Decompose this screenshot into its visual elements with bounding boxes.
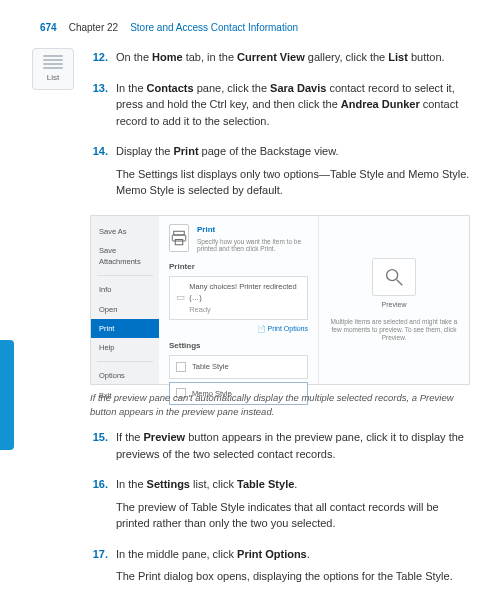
- figure-mid-pane: Print Specify how you want the item to b…: [159, 216, 319, 384]
- step-16: 16. In the Settings list, click Table St…: [90, 476, 470, 538]
- sidebar-saveas[interactable]: Save As: [91, 222, 159, 241]
- bold-contacts: Contacts: [147, 82, 194, 94]
- sidebar-options[interactable]: Options: [91, 366, 159, 385]
- preview-note: Multiple items are selected and might ta…: [327, 318, 461, 341]
- svg-rect-1: [172, 235, 186, 241]
- step-15: 15. If the Preview button appears in the…: [90, 429, 470, 468]
- sidebar-help[interactable]: Help: [91, 338, 159, 357]
- page-side-tab: [0, 340, 14, 450]
- chapter-title: Store and Access Contact Information: [130, 20, 298, 35]
- step-body: In the middle pane, click Print Options.…: [116, 546, 453, 591]
- page-header: 674 Chapter 22 Store and Access Contact …: [40, 20, 470, 35]
- step-number: 16.: [90, 476, 108, 538]
- step-16-followup: The preview of Table Style indicates tha…: [116, 499, 470, 532]
- print-section-title: Print: [197, 224, 308, 236]
- svg-line-5: [397, 279, 403, 285]
- bold-list: List: [388, 51, 408, 63]
- printer-icon: [170, 229, 188, 247]
- print-options-link[interactable]: 📄 Print Options: [169, 324, 308, 335]
- step-body: Display the Print page of the Backstage …: [116, 143, 470, 205]
- step-number: 13.: [90, 80, 108, 136]
- list-view-icon: List: [32, 48, 74, 90]
- steps-block-a: 12. On the Home tab, in the Current View…: [90, 49, 470, 205]
- print-description: Specify how you want the item to be prin…: [197, 238, 308, 254]
- step-number: 15.: [90, 429, 108, 468]
- bold-print: Print: [173, 145, 198, 157]
- steps-block-b: 15. If the Preview button appears in the…: [90, 429, 470, 591]
- step-number: 14.: [90, 143, 108, 205]
- step-body: If the Preview button appears in the pre…: [116, 429, 470, 468]
- svg-rect-3: [177, 296, 184, 299]
- bold-current-view: Current View: [237, 51, 305, 63]
- preview-button[interactable]: [372, 258, 416, 296]
- bold-preview: Preview: [144, 431, 186, 443]
- list-icon-label: List: [47, 72, 59, 84]
- magnifier-icon: [383, 266, 405, 288]
- printer-icon: [176, 293, 185, 303]
- preview-button-label: Preview: [382, 300, 407, 311]
- sidebar-info[interactable]: Info: [91, 280, 159, 299]
- sidebar-save-attachments[interactable]: Save Attachments: [91, 241, 159, 272]
- list-lines-icon: [43, 55, 63, 69]
- print-button[interactable]: [169, 224, 189, 252]
- step-14-followup: The Settings list displays only two opti…: [116, 166, 470, 199]
- bold-andrea: Andrea Dunker: [341, 98, 420, 110]
- sidebar-divider: [97, 275, 153, 276]
- step-number: 17.: [90, 546, 108, 591]
- sidebar-open[interactable]: Open: [91, 300, 159, 319]
- figure-backstage-print: Save As Save Attachments Info Open Print…: [90, 215, 470, 385]
- step-14: 14. Display the Print page of the Backst…: [90, 143, 470, 205]
- table-style-label: Table Style: [192, 361, 229, 372]
- step-body: In the Settings list, click Table Style.…: [116, 476, 470, 538]
- step-number: 12.: [90, 49, 108, 72]
- step-body: On the Home tab, in the Current View gal…: [116, 49, 445, 72]
- bold-home: Home: [152, 51, 183, 63]
- svg-point-4: [387, 269, 398, 280]
- step-17: 17. In the middle pane, click Print Opti…: [90, 546, 470, 591]
- setting-table-style[interactable]: Table Style: [169, 355, 308, 378]
- svg-rect-2: [175, 239, 183, 244]
- settings-heading: Settings: [169, 340, 308, 352]
- figure-sidebar: Save As Save Attachments Info Open Print…: [91, 216, 159, 384]
- chapter-ref: Chapter 22: [69, 20, 118, 35]
- svg-rect-0: [174, 231, 185, 235]
- printer-name: Many choices! Printer redirected (…): [189, 281, 301, 304]
- sidebar-divider: [97, 361, 153, 362]
- bold-table-style: Table Style: [237, 478, 294, 490]
- figure-preview-pane: Preview Multiple items are selected and …: [319, 216, 469, 384]
- printer-selector[interactable]: Many choices! Printer redirected (…) Rea…: [169, 276, 308, 320]
- bold-settings: Settings: [147, 478, 190, 490]
- step-17-followup: The Print dialog box opens, displaying t…: [116, 568, 453, 585]
- sidebar-print[interactable]: Print: [91, 319, 159, 338]
- step-13: 13. In the Contacts pane, click the Sara…: [90, 80, 470, 136]
- bold-sara: Sara Davis: [270, 82, 326, 94]
- figure-main: Print Specify how you want the item to b…: [159, 216, 469, 384]
- step-body: In the Contacts pane, click the Sara Dav…: [116, 80, 470, 136]
- page-number: 674: [40, 20, 57, 35]
- bold-print-options: Print Options: [237, 548, 307, 560]
- table-style-swatch-icon: [176, 362, 186, 372]
- printer-heading: Printer: [169, 261, 308, 273]
- step-12: 12. On the Home tab, in the Current View…: [90, 49, 470, 72]
- printer-status: Ready: [189, 304, 301, 315]
